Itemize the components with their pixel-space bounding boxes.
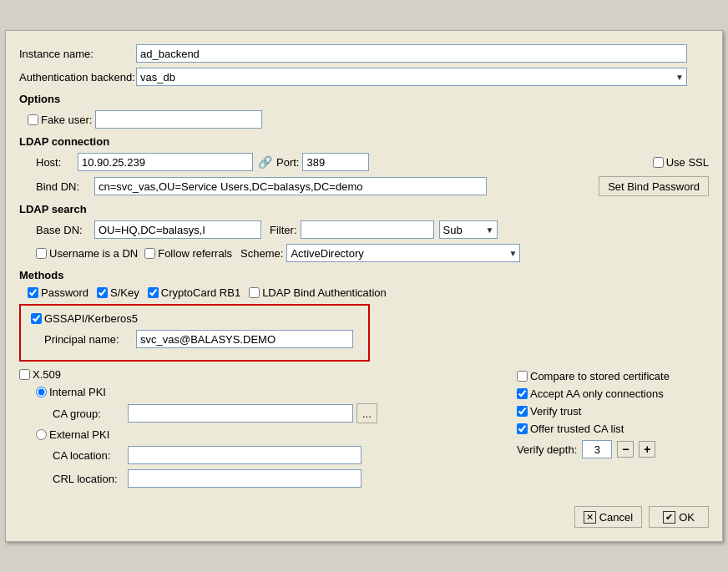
cryptocard-label: CryptoCard RB1 [161,286,240,299]
fake-user-input[interactable] [95,110,262,129]
accept-aa-text: Accept AA only connections [530,387,664,400]
username-is-dn-label[interactable]: Username is a DN [36,247,138,260]
crl-location-row: CRL location: [53,469,503,488]
bind-dn-row: Bind DN: Set Bind Password [19,176,709,196]
cancel-x-icon: ✕ [584,511,596,524]
link-icon: 🔗 [256,154,273,170]
filter-input[interactable] [301,220,434,239]
username-referrals-row: Username is a DN Follow referrals Scheme… [19,244,709,262]
ca-group-label: CA group: [53,407,128,420]
skey-checkbox[interactable] [97,287,108,298]
gssapi-box: GSSAPI/Kerberos5 Principal name: [19,304,370,362]
x509-section: X.509 Internal PKI CA group: ... Externa… [19,368,709,493]
verify-depth-label: Verify depth: [517,443,577,456]
ok-button[interactable]: ✔ OK [649,506,709,528]
external-pki-radio-label[interactable]: External PKI [36,428,109,441]
instance-name-label: Instance name: [19,48,136,60]
compare-stored-label[interactable]: Compare to stored certificate [517,370,709,382]
skey-label: S/Key [110,286,139,299]
base-dn-label: Base DN: [36,224,94,236]
follow-referrals-label[interactable]: Follow referrals [144,247,232,260]
x509-checkbox[interactable] [19,369,30,380]
fake-user-label: Fake user: [41,114,92,126]
verify-trust-checkbox[interactable] [517,406,528,417]
principal-name-label: Principal name: [44,333,136,346]
follow-referrals-checkbox[interactable] [144,248,155,259]
gssapi-checkbox-label[interactable]: GSSAPI/Kerberos5 [31,312,138,325]
bind-dn-input[interactable] [94,177,487,195]
use-ssl-checkbox[interactable] [653,157,664,168]
fake-user-checkbox-label[interactable]: Fake user: [28,114,92,126]
ldap-search-title: LDAP search [19,203,709,215]
ldap-bind-checkbox-label[interactable]: LDAP Bind Authentication [249,286,387,299]
methods-checkboxes-row: Password S/Key CryptoCard RB1 LDAP Bind … [19,286,709,299]
ldap-connection-title: LDAP connection [19,135,709,148]
ca-location-input[interactable] [128,446,361,464]
instance-name-input[interactable] [136,44,687,63]
verify-depth-row: Verify depth: − + [517,440,709,458]
password-label: Password [41,286,88,299]
principal-name-input[interactable] [136,330,353,348]
gssapi-checkbox[interactable] [31,313,42,324]
scheme-select[interactable]: ActiveDirectory [286,244,520,262]
ca-group-browse-button[interactable]: ... [356,403,377,423]
offer-trusted-label[interactable]: Offer trusted CA list [517,423,709,435]
username-is-dn-checkbox[interactable] [36,248,47,259]
left-panel: X.509 Internal PKI CA group: ... Externa… [19,368,503,493]
ca-location-row: CA location: [53,446,503,464]
crl-location-input[interactable] [128,469,361,488]
base-dn-input[interactable] [94,220,261,239]
cryptocard-checkbox[interactable] [148,287,159,298]
x509-row: X.509 [19,368,503,381]
set-bind-password-button[interactable]: Set Bind Password [599,176,709,196]
fake-user-row: Fake user: [19,110,709,129]
verify-trust-label[interactable]: Verify trust [517,405,709,418]
ldap-bind-checkbox[interactable] [249,287,260,298]
internal-pki-radio-label[interactable]: Internal PKI [36,386,106,398]
username-is-dn-text: Username is a DN [49,247,138,260]
external-pki-radio[interactable] [36,429,47,440]
cancel-button[interactable]: ✕ Cancel [574,506,642,528]
verify-trust-text: Verify trust [530,405,581,418]
bind-dn-label: Bind DN: [36,180,94,193]
x509-label: X.509 [33,368,61,381]
offer-trusted-text: Offer trusted CA list [530,423,624,435]
fake-user-checkbox[interactable] [28,114,38,125]
use-ssl-checkbox-label[interactable]: Use SSL [653,156,709,169]
cryptocard-checkbox-label[interactable]: CryptoCard RB1 [148,286,240,299]
verify-depth-input[interactable] [582,440,612,458]
internal-pki-radio[interactable] [36,387,47,397]
internal-pki-row: Internal PKI [36,386,503,398]
external-pki-row: External PKI [36,428,503,441]
skey-checkbox-label[interactable]: S/Key [97,286,139,299]
sub-select[interactable]: Sub [439,220,498,239]
password-checkbox[interactable] [28,287,38,298]
compare-stored-checkbox[interactable] [517,371,528,382]
port-input[interactable] [302,153,369,171]
methods-title: Methods [19,269,709,281]
ldap-bind-label: LDAP Bind Authentication [262,286,387,299]
verify-depth-plus-button[interactable]: + [639,441,655,458]
accept-aa-checkbox[interactable] [517,388,528,399]
verify-depth-minus-button[interactable]: − [617,441,634,458]
auth-backend-label: Authentication backend: [19,71,136,84]
follow-referrals-text: Follow referrals [158,247,232,260]
bottom-buttons: ✕ Cancel ✔ OK [19,506,709,528]
ca-group-row: CA group: ... [53,403,503,423]
principal-name-row: Principal name: [31,330,358,348]
port-label: Port: [276,156,299,169]
internal-pki-label: Internal PKI [49,386,106,398]
right-panel: Compare to stored certificate Accept AA … [517,370,709,493]
auth-backend-row: Authentication backend: vas_db [19,68,709,86]
host-input[interactable] [78,153,253,171]
ok-check-icon: ✔ [663,511,675,524]
accept-aa-label[interactable]: Accept AA only connections [517,387,709,400]
password-checkbox-label[interactable]: Password [28,286,88,299]
compare-stored-text: Compare to stored certificate [530,370,670,382]
x509-checkbox-label[interactable]: X.509 [19,368,61,381]
auth-backend-select[interactable]: vas_db [136,68,687,86]
offer-trusted-checkbox[interactable] [517,423,528,434]
gssapi-label: GSSAPI/Kerberos5 [44,312,138,325]
filter-label: Filter: [270,224,297,236]
ca-group-input[interactable] [128,404,353,423]
